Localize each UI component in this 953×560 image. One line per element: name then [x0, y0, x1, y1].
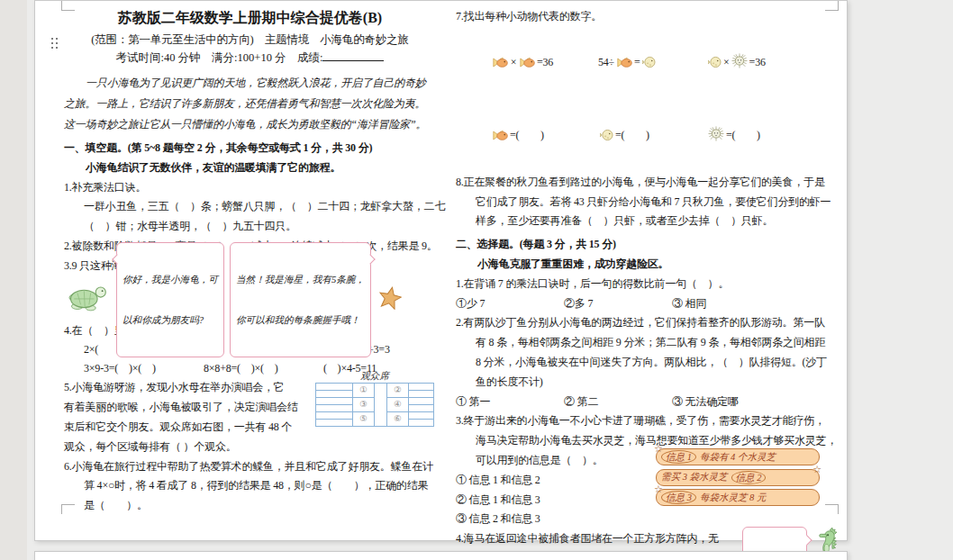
- star-decoration-icon: ☆: [654, 443, 663, 455]
- starfish-icon: [378, 286, 402, 313]
- choice-1-options: ①少 7 ②多 7 ③ 相同: [456, 294, 829, 314]
- choice-3: 3.终于游出来的小海龟一不小心卡进了珊瑚礁，受了伤，需要水灵芝才能疗伤， 海马决…: [456, 411, 829, 529]
- info-pill-label: 信息 2: [731, 471, 767, 484]
- equation-lhs: 54÷: [598, 56, 614, 68]
- question-5-line: 观众，每个区域每排有（ ）个观众。: [64, 438, 436, 457]
- equals-sign: =: [634, 56, 640, 68]
- audience-table: ① ③ ⑤ ② ④ ⑥: [315, 383, 434, 427]
- equation-divide: 54÷=: [573, 27, 681, 100]
- choice-1-label: 1.在背诵 7 的乘法口诀时，后一句的得数比前一句（ ）。: [456, 275, 829, 294]
- question-7-equations: ×=36 54÷= ×=36 =( ) =( ) =( ): [456, 27, 829, 173]
- score-blank: [322, 50, 384, 61]
- question-1-line: （ ）钳；水母半透明，（ ）九五十四只。: [64, 217, 436, 237]
- info-pill-text: 每袋有 4 个水灵芝: [700, 451, 776, 464]
- question-1-line: 一群小丑鱼，三五（ ）条；螃蟹八只脚，（ ）二十四；龙虾拿大螯，二七: [64, 197, 436, 217]
- goldfish-icon: [519, 53, 535, 77]
- answer-blank: =( ): [726, 129, 760, 141]
- option: ② 第二: [564, 393, 672, 412]
- equation-rhs: =36: [537, 56, 553, 68]
- starfish-speech-line: 你可以和我的每条腕握手哦！: [236, 313, 365, 327]
- page-2[interactable]: [34, 551, 848, 560]
- info-pill-2: 需买 3 袋水灵芝 信息 2 ☆: [656, 469, 820, 486]
- starfish-speech-bubble: 当然！我是海星，我有5条腕， 你可以和我的每条腕握手哦！: [230, 242, 371, 357]
- option: ①少 7: [456, 294, 564, 314]
- choice-2-options: ① 第一 ② 第二 ③ 无法确定哪: [456, 393, 829, 412]
- info-pill-text: 每袋水灵芝 8 元: [700, 492, 767, 504]
- question-7-label: 7.找出每种小动物代表的数字。: [456, 7, 829, 27]
- choice-2-line: 2.有两队沙丁鱼分别从小海龟的两边经过，它们保持着整齐的队形游动。第一队: [456, 313, 829, 333]
- answer-blank: =( ): [615, 129, 649, 141]
- option: ① 第一: [456, 393, 564, 412]
- equation-urchin: ×=36: [681, 27, 829, 100]
- dialogue-illustration: 你好，我是小海龟，可 以和你成为朋友吗? 当然！我是海星，我有5条腕， 你可以和…: [64, 279, 436, 321]
- column-right: 7.找出每种小动物代表的数字。 ×=36 54÷= ×=36 =( ) =( ): [456, 1, 829, 560]
- equation-rhs: =36: [749, 56, 766, 68]
- goldfish-icon: [492, 126, 508, 149]
- option: ③ 无法确定哪: [672, 393, 829, 412]
- seat-zone: ①: [353, 384, 374, 398]
- question-1-label: 1.补充乘法口诀。: [64, 178, 436, 198]
- info-pill-1: ☆ 信息 1 每袋有 4 个水灵芝: [656, 448, 820, 465]
- column-left: 苏教版二年级数学上册期中综合提优卷(B) (范围：第一单元至生活中的方向) 主题…: [64, 1, 436, 516]
- answer-blank: =( ): [510, 129, 544, 141]
- drag-handle-icon[interactable]: [51, 38, 60, 51]
- section2-motto: 小海龟克服了重重困难，成功穿越险区。: [456, 255, 829, 275]
- audience-seat-diagram: 观众席 ① ③ ⑤ ② ④ ⑥: [315, 370, 434, 427]
- option: ②多 7: [564, 294, 672, 314]
- pufferfish-icon: [600, 126, 613, 149]
- exam-scope: (范围：第一单元至生活中的方向) 主题情境 小海龟的奇妙之旅: [64, 31, 436, 49]
- option: ③ 相同: [672, 294, 829, 314]
- sea-urchin-icon: [731, 53, 748, 77]
- equation: 8×8+8=( )×( ): [204, 359, 323, 378]
- info-pills: ☆ 信息 1 每袋有 4 个水灵芝 需买 3 袋水灵芝 信息 2 ☆ ☆ 信息 …: [656, 448, 820, 510]
- document-canvas: 苏教版二年级数学上册期中综合提优卷(B) (范围：第一单元至生活中的方向) 主题…: [0, 0, 953, 560]
- equation: 3×9-3=( )×( ): [84, 359, 204, 378]
- choice-2-line: 8 分米，小海龟被夹在中间迷失了方向。两队相比，（ ）队排得短。(沙丁: [456, 353, 829, 373]
- seat-zone: ④: [387, 398, 408, 412]
- seat-zone: ③: [353, 398, 374, 412]
- exam-info: 考试时间:40 分钟 满分:100+10 分 成绩:: [64, 49, 436, 67]
- intro-line: 之旅。一路上，它结识了许多新朋友，还凭借着勇气和智慧一次次化险为夷。: [64, 94, 436, 114]
- page-1[interactable]: 苏教版二年级数学上册期中综合提优卷(B) (范围：第一单元至生活中的方向) 主题…: [34, 0, 848, 541]
- question-8-line: 8.正在聚餐的秋刀鱼看到路过的小海龟，便与小海龟一起分享它们的美食，于是: [456, 173, 829, 193]
- answer-goldfish: =( ): [465, 100, 573, 173]
- intro-paragraph: 一只小海龟为了见识更广阔的天地，它毅然跃入浪花，开启了自己的奇妙 之旅。一路上，…: [64, 73, 436, 135]
- pufferfish-icon: [642, 53, 656, 77]
- intro-line: 一只小海龟为了见识更广阔的天地，它毅然跃入浪花，开启了自己的奇妙: [64, 73, 436, 94]
- info-pill-3: ☆ 信息 3 每袋水灵芝 8 元: [656, 489, 820, 506]
- intro-line: 这一场奇妙之旅让它从一只懵懂的小海龟，成长为勇敢坚毅的“海洋冒险家”。: [64, 114, 436, 135]
- pufferfish-icon: [708, 53, 722, 77]
- page-title: 苏教版二年级数学上册期中综合提优卷(B): [64, 8, 436, 28]
- answer-pufferfish: =( ): [573, 100, 681, 173]
- section1-heading: 一、填空题。(第 5~8 题每空 2 分，其余每空或每式 1 分，共 30 分): [64, 139, 436, 158]
- turtle-icon: [66, 283, 109, 317]
- info-pill-label: 信息 1: [661, 450, 696, 464]
- question-6-line: 算 4×○时，将 4 看成了 8，得到的结果是 48，则○是（ ），正确的结果: [64, 476, 436, 496]
- star-decoration-icon: ☆: [654, 483, 663, 495]
- question-6-line: 是（ ）。: [64, 496, 436, 516]
- section1-motto: 小海龟结识了无数伙伴，友谊的温暖填满了它的旅程。: [64, 158, 436, 178]
- seat-zone: ⑤: [353, 412, 374, 426]
- info-pill-label: 信息 3: [661, 491, 696, 504]
- section2-heading: 二、选择题。(每题 3 分，共 15 分): [456, 235, 829, 255]
- question-6-line: 6.小海龟在旅行过程中帮助了热爱算术的鲽鱼，并且和它成了好朋友。鲽鱼在计: [64, 457, 436, 477]
- goldfish-icon: [492, 53, 508, 77]
- window-gutter: [0, 0, 27, 560]
- starfish-speech-line: 当然！我是海星，我有5条腕，: [236, 273, 365, 286]
- info-pill-text: 需买 3 袋水灵芝: [661, 471, 728, 483]
- sea-urchin-icon: [708, 126, 724, 149]
- seat-zone: ②: [387, 384, 408, 398]
- turtle-speech-bubble: 你好，我是小海龟，可 以和你成为朋友吗?: [116, 242, 224, 357]
- question-5: 观众席 ① ③ ⑤ ② ④ ⑥: [64, 378, 436, 456]
- equation-goldfish: ×=36: [465, 27, 573, 100]
- operator: ×: [723, 56, 730, 68]
- exam-info-text: 考试时间:40 分钟 满分:100+10 分 成绩:: [116, 51, 323, 64]
- question-8-line: 样多，至少还要再准备（ ）只虾，或者至少去掉（ ）只虾。: [456, 212, 829, 231]
- operator: ×: [510, 56, 517, 68]
- question-8-line: 它们成了朋友。若将 43 只虾分给小海龟和 7 只秋刀鱼，要使它们分到的虾一: [456, 193, 829, 212]
- choice-2-line: 鱼的长度不计): [456, 373, 829, 393]
- answer-urchin: =( ): [681, 100, 829, 173]
- goldfish-icon: [616, 53, 632, 77]
- star-decoration-icon: ☆: [812, 464, 821, 475]
- turtle-speech-line: 你好，我是小海龟，可: [123, 273, 218, 286]
